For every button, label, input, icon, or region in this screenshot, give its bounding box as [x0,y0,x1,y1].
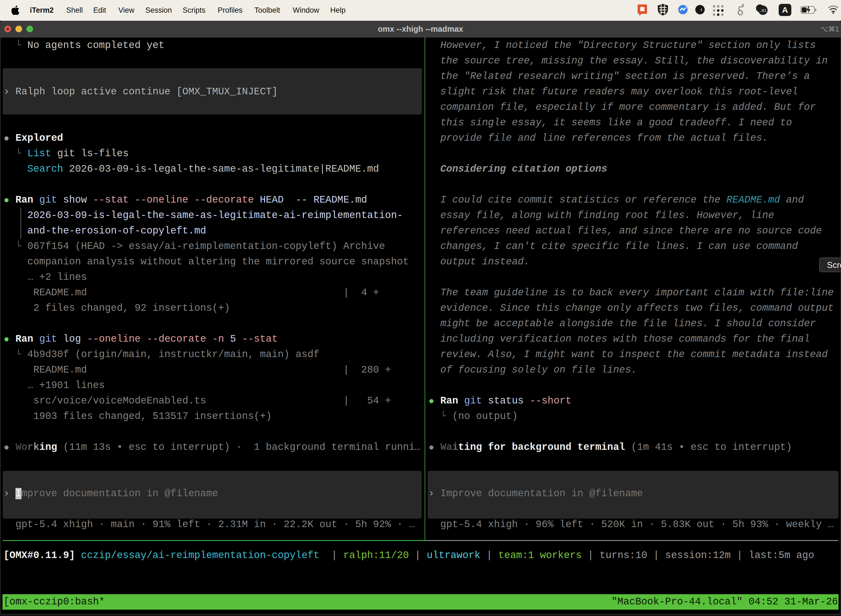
svg-text:..61: ..61 [759,8,766,13]
